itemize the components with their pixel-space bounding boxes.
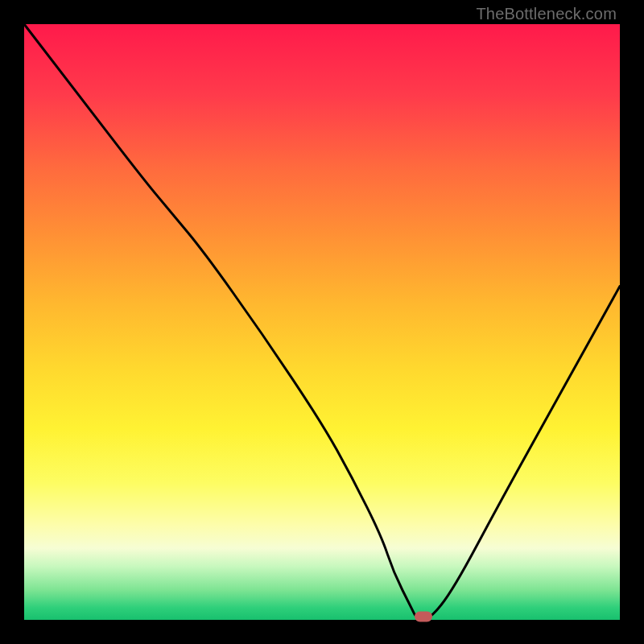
bottleneck-curve xyxy=(24,24,620,620)
chart-frame: TheBottleneck.com xyxy=(0,0,644,644)
watermark-text: TheBottleneck.com xyxy=(476,5,617,23)
bottleneck-marker xyxy=(415,611,432,621)
plot-area xyxy=(24,24,620,620)
